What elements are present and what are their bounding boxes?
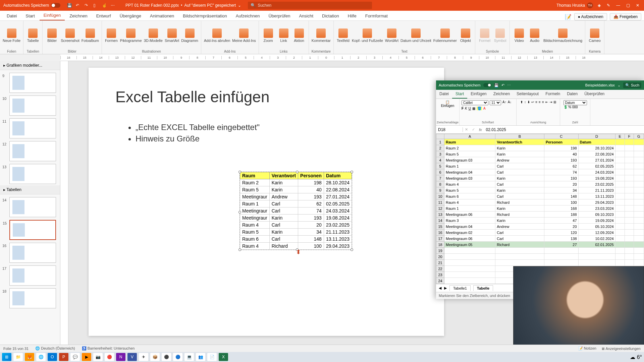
vlc-icon[interactable]: ▶ <box>82 353 91 361</box>
app-icon[interactable]: 📦 <box>150 353 160 361</box>
ribbon-button[interactable]: Piktogramme <box>120 28 142 43</box>
slide-thumbnail-pane[interactable]: ▸ Grafiken modellier... 910111213 ▸ Tabe… <box>0 61 60 355</box>
fx-icon[interactable]: fx <box>477 128 484 132</box>
ribbon-button[interactable]: Zoom <box>262 28 275 43</box>
app-icon[interactable]: 🔴 <box>105 353 114 361</box>
slide-thumbnail[interactable]: 14 <box>9 197 56 217</box>
app-icon[interactable]: 💻 <box>184 353 194 361</box>
ribbon-button[interactable]: Aktion <box>292 28 306 43</box>
ribbon-button[interactable]: Neue Folie <box>3 28 20 43</box>
ribbon-button[interactable]: 3D-Modelle <box>144 28 163 43</box>
border-icon[interactable]: ▦ <box>472 107 475 110</box>
italic-icon[interactable]: K <box>465 107 467 110</box>
ribbon-button[interactable]: Video <box>513 28 526 43</box>
ribbon-button[interactable]: Bildschirmaufzeichnung <box>543 28 582 43</box>
align-mid-icon[interactable]: ↕ <box>524 100 526 104</box>
sheet-nav-first-icon[interactable]: ◀ <box>439 286 441 290</box>
save-icon[interactable]: 💾 <box>494 83 499 87</box>
slide-thumbnail[interactable]: 11 <box>9 118 56 138</box>
resize-handle[interactable] <box>238 171 241 173</box>
chevron-down-icon[interactable]: ⌄ <box>238 3 241 8</box>
share-button[interactable]: 📤 Freigeben <box>610 13 641 20</box>
ribbon-button[interactable]: Datum und Uhrzeit <box>400 28 431 43</box>
merge-icon[interactable]: ⊞ <box>553 100 556 104</box>
ribbon-button[interactable]: Meine Add-Ins <box>232 28 256 43</box>
excel-ribbon-tab[interactable]: Seitenlayout <box>513 90 542 99</box>
excel-search[interactable]: 🔍 Such <box>623 82 641 88</box>
ribbon-tab[interactable]: Datei <box>3 11 21 20</box>
font-color-icon[interactable]: A <box>483 107 486 110</box>
ribbon-tab[interactable]: Einfügen <box>40 11 65 20</box>
ribbon-button[interactable]: Screenshot <box>61 28 79 43</box>
ribbon-button[interactable]: WordArt <box>385 28 398 43</box>
ribbon-tab[interactable]: Aufzeichnen <box>232 11 264 20</box>
outlook-icon[interactable]: O <box>48 353 57 361</box>
redo-icon[interactable]: ⋯ <box>507 83 511 87</box>
ribbon-button[interactable]: Tabelle <box>26 28 40 43</box>
accessibility-check[interactable]: ♿ Barrierefreiheit: Untersuchen <box>82 346 135 351</box>
embedded-excel-object[interactable]: RaumVerantwortPersonenDatumRaum 2Karin19… <box>239 172 352 250</box>
ribbon-button[interactable]: Link <box>277 28 290 43</box>
more-icon[interactable]: ⋯ <box>111 3 115 8</box>
excel-icon[interactable]: X <box>219 353 228 361</box>
slide-thumbnail[interactable]: 9 <box>9 73 56 93</box>
maximize-icon[interactable]: ▢ <box>626 3 630 8</box>
font-select[interactable]: Calibri <box>462 100 488 105</box>
user-account[interactable]: Thomas Hruska TH <box>556 2 593 8</box>
wrap-icon[interactable]: ↩ <box>531 100 534 104</box>
ribbon-tab[interactable]: Entwurf <box>92 11 115 20</box>
slide-thumbnail[interactable]: 16 <box>9 243 56 263</box>
minimize-icon[interactable]: — <box>616 3 620 8</box>
ribbon-tab[interactable]: Übergänge <box>116 11 145 20</box>
language-indicator[interactable]: 🌐 Deutsch (Österreich) <box>35 346 75 351</box>
slide-counter[interactable]: Folie 15 von 31 <box>3 347 29 351</box>
excel-ribbon-tab[interactable]: Datei <box>436 90 452 99</box>
resize-handle[interactable] <box>238 248 241 251</box>
align-center-icon[interactable]: ≡ <box>539 100 541 104</box>
ribbon-button[interactable]: Formen <box>105 28 118 43</box>
number-format-select[interactable]: Datum <box>564 100 587 105</box>
fill-color-icon[interactable]: 🪣 <box>477 107 482 110</box>
pen-icon[interactable]: ✎ <box>607 3 610 8</box>
slide-thumbnail[interactable]: 13 <box>9 164 56 184</box>
ribbon-button[interactable]: Foliennummer <box>433 28 457 43</box>
tables-section-title[interactable]: ▸ Tabellen <box>0 185 60 194</box>
sheet-tab[interactable]: Tabelle1 <box>449 285 471 291</box>
slide-thumbnail[interactable]: 17 <box>9 265 56 286</box>
sheet-nav-prev-icon[interactable]: ▶ <box>444 286 447 290</box>
ribbon-tab[interactable]: Dictation <box>318 11 343 20</box>
powerpoint-icon[interactable]: P <box>59 353 68 361</box>
document-title[interactable]: PPT 01 Roter Faden 002.pptx • Auf "diese… <box>119 3 248 8</box>
fontsize-select[interactable]: 11 <box>490 100 501 105</box>
confirm-icon[interactable]: ✓ <box>470 127 477 132</box>
close-icon[interactable]: ✕ <box>636 3 639 8</box>
ribbon-button[interactable]: Objekt <box>459 28 472 43</box>
save-icon[interactable]: 💾 <box>67 3 72 8</box>
diamond-icon[interactable]: ◈ <box>598 3 601 8</box>
ribbon-button[interactable]: Cameo <box>588 28 601 43</box>
ribbon-button[interactable]: Symbol <box>493 28 507 43</box>
slide-thumbnail[interactable]: 10 <box>9 96 56 116</box>
cancel-icon[interactable]: ✕ <box>463 127 470 132</box>
currency-icon[interactable]: 💲 <box>564 105 568 109</box>
ribbon-button[interactable]: Bilder <box>45 28 59 43</box>
comma-icon[interactable]: 000 <box>572 105 578 109</box>
onenote-icon[interactable]: N <box>116 353 125 361</box>
ribbon-tab[interactable]: Überprüfen <box>264 11 294 20</box>
formula-value[interactable]: 02.01.2025 <box>484 127 644 132</box>
slide-thumbnail[interactable]: 15 <box>9 220 56 240</box>
outdent-icon[interactable]: ⇥ <box>549 100 552 104</box>
record-button[interactable]: ● Aufzeichnen <box>574 13 607 20</box>
undo-icon[interactable]: ↶ <box>76 3 80 8</box>
align-top-icon[interactable]: ⬆ <box>520 100 523 104</box>
ribbon-tab[interactable]: Bildschirmpräsentation <box>179 11 231 20</box>
search-input[interactable]: 🔍 Suchen <box>248 2 372 9</box>
ribbon-button[interactable]: SmartArt <box>165 28 179 43</box>
name-box[interactable]: D18 <box>436 127 463 132</box>
ribbon-button[interactable]: Formel <box>478 28 491 43</box>
ribbon-tab[interactable]: Start <box>21 11 39 20</box>
underline-icon[interactable]: U <box>469 107 471 110</box>
excel-autosave-toggle[interactable] <box>483 83 491 87</box>
excel-ribbon-tab[interactable]: Zeichnen <box>490 90 513 99</box>
ribbon-button[interactable]: Textfeld <box>336 28 350 43</box>
